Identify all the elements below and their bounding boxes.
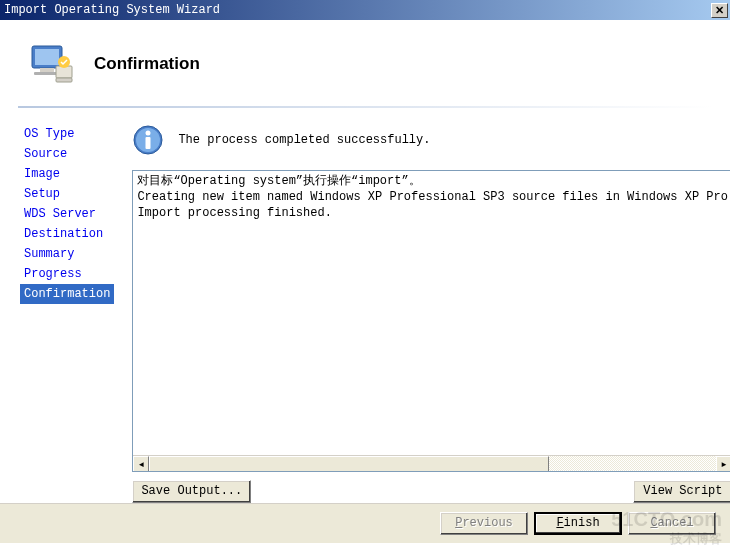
log-output[interactable]: 对目标“Operating system”执行操作“import”。 Creat… <box>132 170 730 472</box>
horizontal-scrollbar[interactable]: ◄ ► <box>133 455 730 471</box>
page-title: Confirmation <box>94 54 200 74</box>
status-message: The process completed successfully. <box>178 133 430 147</box>
scroll-track[interactable] <box>149 456 716 471</box>
svg-rect-5 <box>56 78 72 82</box>
sidebar-item-summary[interactable]: Summary <box>20 244 114 264</box>
scroll-right-icon[interactable]: ► <box>716 456 730 472</box>
sidebar-item-confirmation[interactable]: Confirmation <box>20 284 114 304</box>
log-line: Import processing finished. <box>137 205 728 221</box>
wizard-content: Confirmation OS Type Source Image Setup … <box>0 20 730 555</box>
scroll-left-icon[interactable]: ◄ <box>133 456 149 472</box>
status-row: The process completed successfully. <box>132 122 730 170</box>
wizard-footer: Previous Finish Cancel <box>0 503 730 543</box>
svg-rect-10 <box>146 137 151 149</box>
sidebar-item-setup[interactable]: Setup <box>20 184 114 204</box>
scroll-thumb[interactable] <box>149 456 549 472</box>
svg-rect-2 <box>40 68 54 72</box>
save-output-button[interactable]: Save Output... <box>132 480 251 503</box>
sidebar-item-image[interactable]: Image <box>20 164 114 184</box>
finish-button[interactable]: Finish <box>534 512 622 535</box>
wizard-main: The process completed successfully. 对目标“… <box>124 122 730 503</box>
titlebar: Import Operating System Wizard ✕ <box>0 0 730 20</box>
sidebar-item-progress[interactable]: Progress <box>20 264 114 284</box>
svg-rect-1 <box>35 49 59 65</box>
mid-button-row: Save Output... View Script <box>132 472 730 503</box>
close-button[interactable]: ✕ <box>711 3 728 18</box>
cancel-button: Cancel <box>628 512 716 535</box>
close-icon: ✕ <box>715 4 724 17</box>
wizard-header: Confirmation <box>0 21 730 106</box>
log-line: Creating new item named Windows XP Profe… <box>137 189 728 205</box>
log-line: 对目标“Operating system”执行操作“import”。 <box>137 173 728 189</box>
window-title: Import Operating System Wizard <box>4 3 711 17</box>
wizard-icon <box>28 40 76 88</box>
wizard-steps-sidebar: OS Type Source Image Setup WDS Server De… <box>14 122 124 503</box>
previous-button: Previous <box>440 512 528 535</box>
sidebar-item-os-type[interactable]: OS Type <box>20 124 114 144</box>
sidebar-item-source[interactable]: Source <box>20 144 114 164</box>
sidebar-item-wds-server[interactable]: WDS Server <box>20 204 114 224</box>
view-script-button[interactable]: View Script <box>633 480 730 503</box>
wizard-body: OS Type Source Image Setup WDS Server De… <box>0 108 730 503</box>
svg-point-9 <box>146 131 151 136</box>
sidebar-item-destination[interactable]: Destination <box>20 224 114 244</box>
info-icon <box>132 124 164 156</box>
